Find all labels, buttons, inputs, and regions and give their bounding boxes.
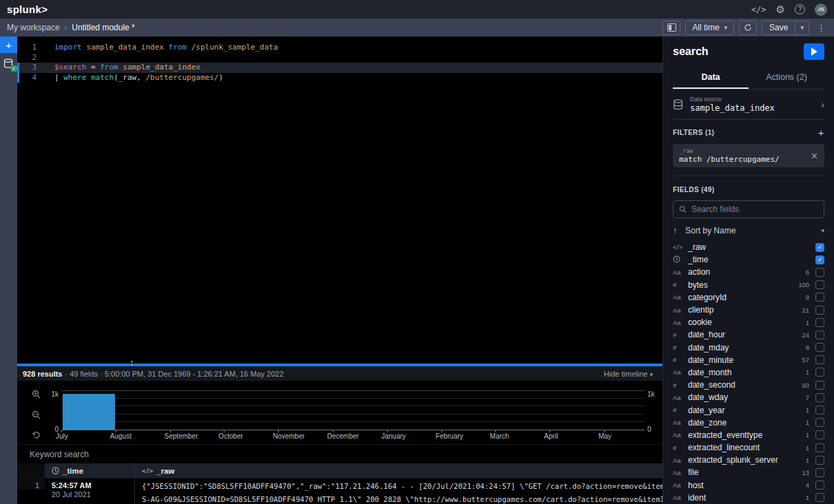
field-checkbox[interactable]: ✓ [815,243,824,252]
field-row-bytes[interactable]: #bytes100 [673,279,824,291]
save-button[interactable]: Save [762,21,795,34]
field-checkbox[interactable] [815,330,824,339]
chevron-down-icon[interactable]: ▾ [821,227,824,234]
field-checkbox[interactable] [815,355,824,364]
keyword-search-input[interactable] [17,450,293,459]
code-editor[interactable]: 1import sample_data_index from /splunk_s… [17,36,663,364]
code-type-icon: </> [673,244,688,251]
field-checkbox[interactable] [815,406,824,414]
x-tick-label: January [382,432,406,440]
field-checkbox[interactable] [815,456,824,465]
field-name: date_hour [688,330,725,339]
layout-panel-button[interactable] [663,21,680,35]
field-checkbox[interactable] [815,443,824,452]
field-row-ident[interactable]: Aaident1 [673,492,824,504]
field-name: date_second [688,380,736,390]
module-item[interactable]: ✓ [3,59,14,70]
close-icon[interactable]: ✕ [811,151,818,161]
data-source-row[interactable]: Data source sample_data_index › [673,90,824,120]
add-filter-button[interactable]: + [818,127,824,138]
field-row-extracted_linecount[interactable]: #extracted_linecount1 [673,441,824,454]
field-checkbox[interactable] [815,268,824,277]
refresh-button[interactable] [739,21,757,35]
field-row-extracted_splunk_server[interactable]: Aaextracted_splunk_server1 [673,454,824,466]
field-row-date_zone[interactable]: Aadate_zone1 [673,417,824,429]
field-row-date_hour[interactable]: #date_hour24 [673,328,824,341]
field-checkbox[interactable] [815,468,824,477]
field-checkbox[interactable]: ✓ [815,255,824,264]
raw-column-header[interactable]: </> _raw [134,463,663,478]
field-checkbox[interactable] [815,393,824,402]
breadcrumb-workspace[interactable]: My workspace [7,23,60,32]
sort-row[interactable]: ↑ Sort by Name ▾ [673,224,824,241]
field-row-date_year[interactable]: #date_year1 [673,403,824,416]
add-module-button[interactable]: + [0,36,17,53]
field-row-date_wday[interactable]: Aadate_wday7 [673,391,824,403]
field-row-_time[interactable]: _time✓ [673,253,824,266]
code-line[interactable]: 3$search = from sample_data_index [17,63,663,73]
time-range-picker[interactable]: All time ▾ [685,21,734,35]
field-name: categoryId [688,293,727,302]
undo-zoom-icon[interactable] [32,430,41,443]
hide-timeline-toggle[interactable]: Hide timeline ▾ [604,370,653,378]
field-row-_raw[interactable]: </>_raw✓ [673,241,824,253]
zoom-out-icon[interactable] [32,410,41,422]
field-row-date_second[interactable]: #date_second60 [673,379,824,391]
filter-chip[interactable]: _raw match /buttercupgames/ ✕ [673,144,824,167]
field-row-date_mday[interactable]: #date_mday8 [673,342,824,354]
timeline-bar[interactable] [63,394,114,430]
save-dropdown-caret[interactable]: ▾ [795,21,809,34]
fields-search-box[interactable] [673,200,824,218]
field-checkbox[interactable] [815,343,824,352]
field-row-date_month[interactable]: Aadate_month1 [673,366,824,379]
time-column-header[interactable]: _time [45,467,134,475]
tab-actions[interactable]: Actions (2) [749,68,824,89]
field-checkbox[interactable] [815,493,824,502]
field-row-clientip[interactable]: Aaclientip21 [673,304,824,316]
code-line[interactable]: 1import sample_data_index from /splunk_s… [17,43,663,53]
timeline-plot-area[interactable] [61,390,645,430]
avatar[interactable]: JS [815,3,827,16]
zoom-in-icon[interactable] [32,389,41,401]
code-line[interactable]: 4| where match(_raw, /buttercupgames/) [17,73,663,83]
field-name: action [688,267,710,277]
field-row-cookie[interactable]: Aacookie1 [673,316,824,328]
run-search-button[interactable] [804,43,824,60]
field-row-categoryId[interactable]: AacategoryId9 [673,291,824,304]
field-name: bytes [688,280,708,290]
timeline-chart: 1k 0 JulyAugustSeptemberOctoberNovemberD… [17,381,663,444]
field-checkbox[interactable] [815,418,824,427]
field-row-action[interactable]: Aaaction6 [673,266,824,278]
gear-icon[interactable]: ⚙ [776,3,785,16]
field-row-extracted_eventtype[interactable]: Aaextracted_eventtype1 [673,429,824,441]
field-count: 1 [806,494,815,501]
field-row-date_minute[interactable]: #date_minute57 [673,354,824,366]
field-checkbox[interactable] [815,381,824,390]
gridline [61,406,645,406]
fields-search-input[interactable] [691,204,818,214]
field-count: 24 [802,331,815,339]
field-row-file[interactable]: Aafile13 [673,466,824,479]
event-raw-cell: {"JSESSIONID":"SD8SL5FF10ADFF49470","_ra… [134,479,663,504]
data-source-label: Data source [690,96,775,103]
str-type-icon: Aa [673,368,688,376]
field-checkbox[interactable] [815,280,824,289]
field-checkbox[interactable] [815,430,824,439]
tab-data[interactable]: Data [673,68,749,89]
filter-chip-value: match /buttercupgames/ [679,155,780,164]
field-checkbox[interactable] [815,368,824,377]
panel-resize-divider[interactable]: ↕ [17,364,663,366]
y-axis-max-label: 1k [46,390,59,398]
field-checkbox[interactable] [815,293,824,302]
help-icon[interactable]: ? [795,4,805,14]
field-checkbox[interactable] [815,318,824,327]
event-row[interactable]: 15:24:57 AM20 Jul 2021{"JSESSIONID":"SD8… [17,478,663,504]
event-time-cell: 5:24:57 AM20 Jul 2021 [45,479,134,504]
field-row-host[interactable]: Aahost4 [673,479,824,492]
kebab-menu-icon[interactable]: ⋮ [814,23,828,33]
code-line[interactable]: 2 [17,53,663,63]
field-checkbox[interactable] [815,306,824,315]
code-icon[interactable]: </> [751,5,767,14]
sort-direction-icon[interactable]: ↑ [673,226,677,235]
field-checkbox[interactable] [815,481,824,490]
